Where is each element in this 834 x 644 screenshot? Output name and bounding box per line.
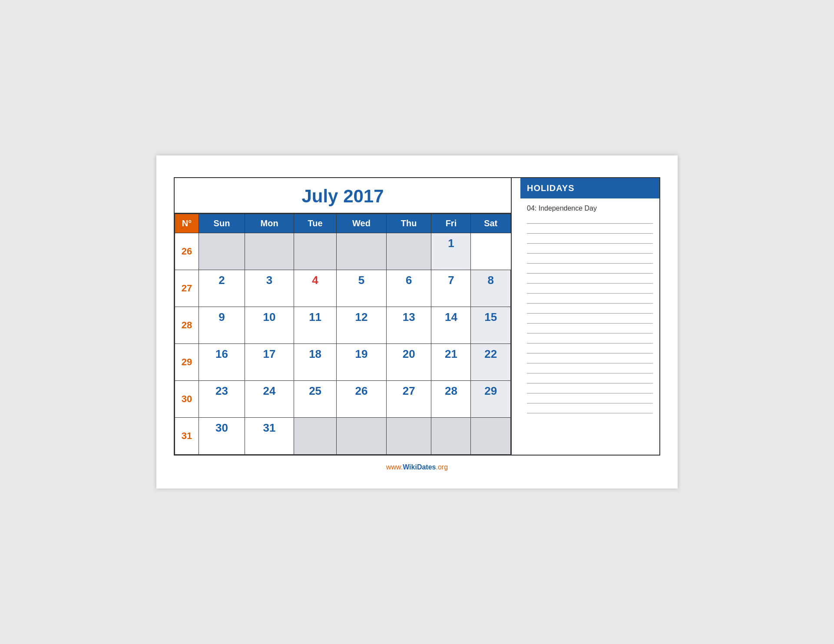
lines-section [520, 216, 659, 455]
line-6 [527, 273, 653, 274]
calendar-row-0: 261 [175, 233, 511, 270]
day-cell-w2-d6: 15 [471, 307, 511, 344]
line-8 [527, 293, 653, 294]
calendar-title: July 2017 [175, 178, 511, 214]
day-cell-w1-d0: 2 [199, 270, 245, 307]
line-7 [527, 283, 653, 284]
holidays-header: HOLIDAYS [520, 178, 659, 198]
header-mon: Mon [245, 214, 294, 233]
line-13 [527, 343, 653, 343]
line-19 [527, 403, 653, 403]
main-container: July 2017 N° Sun Mon Tue Wed Thu Fri Sat [174, 177, 660, 456]
line-5 [527, 263, 653, 264]
line-16 [527, 373, 653, 373]
calendar-row-2: 289101112131415 [175, 307, 511, 344]
day-cell-w3-d2: 18 [294, 344, 337, 381]
week-num-0: 26 [175, 233, 199, 270]
day-cell-w2-d4: 13 [386, 307, 431, 344]
day-cell-w5-d0: 30 [199, 418, 245, 455]
line-4 [527, 253, 653, 254]
week-num-1: 27 [175, 270, 199, 307]
calendar-row-3: 2916171819202122 [175, 344, 511, 381]
day-cell-w4-d1: 24 [245, 381, 294, 418]
day-cell-w0-d0 [199, 233, 245, 270]
header-row: N° Sun Mon Tue Wed Thu Fri Sat [175, 214, 511, 233]
day-cell-w1-d1: 3 [245, 270, 294, 307]
line-14 [527, 353, 653, 353]
day-cell-w2-d0: 9 [199, 307, 245, 344]
week-num-2: 28 [175, 307, 199, 344]
page: July 2017 N° Sun Mon Tue Wed Thu Fri Sat [156, 155, 678, 489]
calendar-row-1: 272345678 [175, 270, 511, 307]
day-cell-w0-d5: 1 [431, 233, 471, 270]
line-3 [527, 243, 653, 244]
day-cell-w1-d6: 8 [471, 270, 511, 307]
header-sat: Sat [471, 214, 511, 233]
header-sun: Sun [199, 214, 245, 233]
day-cell-w2-d3: 12 [337, 307, 387, 344]
week-num-3: 29 [175, 344, 199, 381]
day-cell-w3-d0: 16 [199, 344, 245, 381]
day-cell-w1-d2: 4 [294, 270, 337, 307]
line-10 [527, 313, 653, 314]
day-cell-w4-d2: 25 [294, 381, 337, 418]
header-wed: Wed [337, 214, 387, 233]
day-cell-w0-d4 [386, 233, 431, 270]
header-week-num: N° [175, 214, 199, 233]
footer-wiki: Wiki [403, 463, 417, 471]
day-cell-w3-d5: 21 [431, 344, 471, 381]
day-cell-w5-d5 [431, 418, 471, 455]
calendar-grid: N° Sun Mon Tue Wed Thu Fri Sat 261272345… [175, 214, 511, 455]
header-thu: Thu [386, 214, 431, 233]
line-1 [527, 223, 653, 224]
day-cell-w1-d4: 6 [386, 270, 431, 307]
footer-www: www. [386, 463, 403, 471]
calendar-section: July 2017 N° Sun Mon Tue Wed Thu Fri Sat [175, 178, 512, 455]
day-cell-w2-d2: 11 [294, 307, 337, 344]
day-cell-w0-d1 [245, 233, 294, 270]
calendar-row-5: 313031 [175, 418, 511, 455]
line-15 [527, 363, 653, 363]
day-cell-w4-d6: 29 [471, 381, 511, 418]
day-cell-w0-d3 [337, 233, 387, 270]
day-cell-w3-d1: 17 [245, 344, 294, 381]
day-cell-w4-d5: 28 [431, 381, 471, 418]
line-9 [527, 303, 653, 304]
day-cell-w5-d3 [337, 418, 387, 455]
day-cell-w0-d2 [294, 233, 337, 270]
line-2 [527, 233, 653, 234]
line-20 [527, 413, 653, 413]
week-num-5: 31 [175, 418, 199, 455]
holiday-item-0: 04: Independence Day [527, 203, 653, 214]
day-cell-w1-d3: 5 [337, 270, 387, 307]
header-tue: Tue [294, 214, 337, 233]
line-12 [527, 333, 653, 334]
day-cell-w4-d3: 26 [337, 381, 387, 418]
day-cell-w5-d6 [471, 418, 511, 455]
day-cell-w5-d4 [386, 418, 431, 455]
holidays-list: 04: Independence Day [520, 198, 659, 216]
line-17 [527, 383, 653, 383]
week-num-4: 30 [175, 381, 199, 418]
day-cell-w3-d3: 19 [337, 344, 387, 381]
day-cell-w3-d4: 20 [386, 344, 431, 381]
footer-org: .org [436, 463, 448, 471]
day-cell-w5-d2 [294, 418, 337, 455]
day-cell-w4-d0: 23 [199, 381, 245, 418]
day-cell-w3-d6: 22 [471, 344, 511, 381]
footer-dates: Dates [417, 463, 436, 471]
day-cell-w2-d5: 14 [431, 307, 471, 344]
day-cell-w5-d1: 31 [245, 418, 294, 455]
day-cell-w2-d1: 10 [245, 307, 294, 344]
footer: www.WikiDates.org [174, 463, 660, 471]
line-18 [527, 393, 653, 393]
line-11 [527, 323, 653, 324]
day-cell-w1-d5: 7 [431, 270, 471, 307]
holidays-section: HOLIDAYS 04: Independence Day [520, 178, 659, 455]
day-cell-w4-d4: 27 [386, 381, 431, 418]
calendar-row-4: 3023242526272829 [175, 381, 511, 418]
header-fri: Fri [431, 214, 471, 233]
